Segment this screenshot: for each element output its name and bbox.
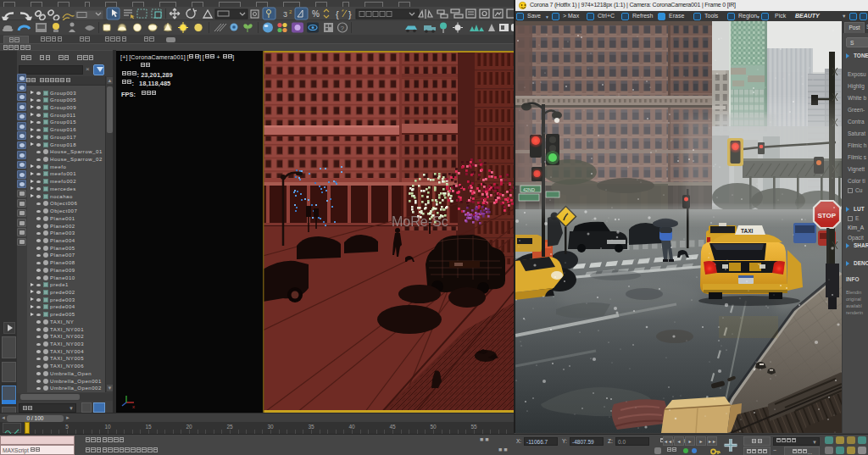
svg-text:}: } [348, 9, 352, 19]
svg-text:MoRe-Sc: MoRe-Sc [392, 214, 448, 229]
svg-text:x: x [132, 404, 135, 409]
svg-text:?: ? [341, 25, 345, 32]
svg-text:TAXI: TAXI [741, 228, 754, 234]
svg-text:2: 2 [289, 9, 292, 14]
svg-text:%: % [312, 9, 320, 19]
svg-text:{: { [336, 9, 339, 19]
svg-text:3: 3 [283, 10, 287, 19]
